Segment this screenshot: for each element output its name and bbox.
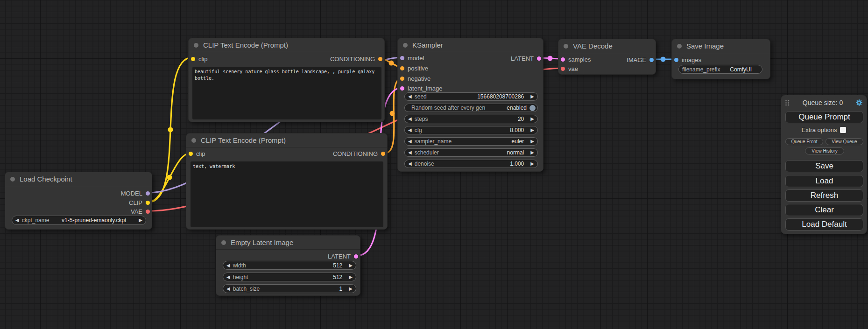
node-ksampler[interactable]: KSampler model positive negative latent_… xyxy=(397,38,543,172)
collapse-dot-icon[interactable] xyxy=(191,138,196,143)
toggle-knob-icon[interactable] xyxy=(529,105,536,111)
scheduler-widget[interactable]: ◀ scheduler normal ▶ xyxy=(404,148,538,157)
decrement-arrow-icon[interactable]: ◀ xyxy=(408,128,412,133)
increment-arrow-icon[interactable]: ▶ xyxy=(139,218,142,223)
height-widget[interactable]: ◀ height 512 ▶ xyxy=(223,273,356,281)
increment-arrow-icon[interactable]: ▶ xyxy=(349,275,353,280)
batch-size-widget[interactable]: ◀ batch_size 1 ▶ xyxy=(223,284,356,293)
latent-output-dot[interactable] xyxy=(537,56,541,61)
random-seed-toggle-widget[interactable]: Random seed after every gen enabled xyxy=(404,104,538,112)
samples-input-dot[interactable] xyxy=(561,57,565,62)
images-input-dot[interactable] xyxy=(674,58,678,62)
collapse-dot-icon[interactable] xyxy=(677,44,682,49)
increment-arrow-icon[interactable]: ▶ xyxy=(530,139,534,144)
input-slot-clip[interactable]: clip xyxy=(189,149,205,158)
node-save-image[interactable]: Save Image images filename_prefix ComfyU… xyxy=(671,39,770,79)
load-default-button[interactable]: Load Default xyxy=(785,218,863,231)
settings-gear-icon[interactable] xyxy=(855,99,863,106)
node-title-bar[interactable]: CLIP Text Encode (Prompt) xyxy=(189,38,384,52)
increment-arrow-icon[interactable]: ▶ xyxy=(349,287,353,291)
filename-prefix-widget[interactable]: filename_prefix ComfyUI xyxy=(678,65,762,74)
node-empty-latent-image[interactable]: Empty Latent Image LATENT ◀ width 512 ▶ … xyxy=(216,235,360,296)
input-slot-clip[interactable]: clip xyxy=(191,54,208,63)
node-title-bar[interactable]: Empty Latent Image xyxy=(216,236,360,250)
node-vae-decode[interactable]: VAE Decode samples vae IMAGE xyxy=(558,39,656,75)
view-history-button[interactable]: View History xyxy=(805,147,844,154)
decrement-arrow-icon[interactable]: ◀ xyxy=(408,117,412,121)
vae-output-dot[interactable] xyxy=(146,210,150,214)
save-button[interactable]: Save xyxy=(785,160,863,172)
node-load-checkpoint[interactable]: Load Checkpoint MODEL CLIP VAE ◀ ckpt_na… xyxy=(5,172,152,230)
collapse-dot-icon[interactable] xyxy=(194,43,198,48)
output-slot-model[interactable]: MODEL xyxy=(121,189,150,198)
latent-image-input-dot[interactable] xyxy=(400,86,404,91)
image-output-dot[interactable] xyxy=(649,58,654,62)
prompt-textarea[interactable]: text, watermark xyxy=(191,161,383,227)
queue-panel[interactable]: Queue size: 0 Queue Prompt Extra options… xyxy=(781,95,867,234)
increment-arrow-icon[interactable]: ▶ xyxy=(530,161,534,166)
increment-arrow-icon[interactable]: ▶ xyxy=(530,150,534,155)
vae-input-dot[interactable] xyxy=(561,67,565,71)
decrement-arrow-icon[interactable]: ◀ xyxy=(408,139,412,144)
seed-widget[interactable]: ◀ seed 156680208700286 ▶ xyxy=(404,92,538,101)
node-clip-text-encode-negative[interactable]: CLIP Text Encode (Prompt) clip CONDITION… xyxy=(186,133,388,230)
drag-handle-icon[interactable] xyxy=(785,100,790,106)
input-slot-images[interactable]: images xyxy=(674,55,701,64)
conditioning-output-dot[interactable] xyxy=(381,152,385,156)
increment-arrow-icon[interactable]: ▶ xyxy=(530,128,534,133)
decrement-arrow-icon[interactable]: ◀ xyxy=(226,287,230,291)
queue-front-button[interactable]: Queue Front xyxy=(785,138,823,145)
refresh-button[interactable]: Refresh xyxy=(785,189,863,202)
increment-arrow-icon[interactable]: ▶ xyxy=(530,94,534,99)
steps-widget[interactable]: ◀ steps 20 ▶ xyxy=(404,115,538,123)
queue-prompt-button[interactable]: Queue Prompt xyxy=(785,111,863,123)
node-graph-canvas[interactable]: Load Checkpoint MODEL CLIP VAE ◀ ckpt_na… xyxy=(0,0,868,329)
input-slot-positive[interactable]: positive xyxy=(400,63,428,73)
output-slot-vae[interactable]: VAE xyxy=(131,207,150,216)
node-title-bar[interactable]: CLIP Text Encode (Prompt) xyxy=(186,133,387,147)
output-slot-image[interactable]: IMAGE xyxy=(627,55,654,64)
decrement-arrow-icon[interactable]: ◀ xyxy=(408,161,412,166)
clip-input-dot[interactable] xyxy=(189,152,193,156)
node-title-bar[interactable]: KSampler xyxy=(398,38,543,52)
model-input-dot[interactable] xyxy=(400,56,404,60)
collapse-dot-icon[interactable] xyxy=(10,177,15,182)
decrement-arrow-icon[interactable]: ◀ xyxy=(226,275,230,280)
decrement-arrow-icon[interactable]: ◀ xyxy=(408,94,412,99)
node-title-bar[interactable]: Load Checkpoint xyxy=(5,172,152,186)
output-slot-latent[interactable]: LATENT xyxy=(328,252,358,261)
width-widget[interactable]: ◀ width 512 ▶ xyxy=(223,261,356,270)
prompt-textarea[interactable]: beautiful scenery nature glass bottle la… xyxy=(192,67,381,119)
extra-options-checkbox[interactable] xyxy=(840,127,846,133)
latent-output-dot[interactable] xyxy=(354,254,358,259)
positive-input-dot[interactable] xyxy=(400,66,404,70)
clear-button[interactable]: Clear xyxy=(785,204,863,216)
node-title-bar[interactable]: VAE Decode xyxy=(558,39,656,53)
input-slot-negative[interactable]: negative xyxy=(400,74,430,83)
ckpt-name-widget[interactable]: ◀ ckpt_name v1-5-pruned-emaonly.ckpt ▶ xyxy=(12,216,146,225)
collapse-dot-icon[interactable] xyxy=(221,240,226,245)
node-title-bar[interactable]: Save Image xyxy=(672,39,770,53)
negative-input-dot[interactable] xyxy=(400,77,404,81)
input-slot-samples[interactable]: samples xyxy=(561,55,591,64)
increment-arrow-icon[interactable]: ▶ xyxy=(530,117,534,121)
load-button[interactable]: Load xyxy=(785,175,863,187)
clip-input-dot[interactable] xyxy=(191,57,195,61)
sampler-name-widget[interactable]: ◀ sampler_name euler ▶ xyxy=(404,137,538,146)
collapse-dot-icon[interactable] xyxy=(403,43,408,48)
decrement-arrow-icon[interactable]: ◀ xyxy=(15,218,19,223)
node-clip-text-encode-positive[interactable]: CLIP Text Encode (Prompt) clip CONDITION… xyxy=(188,38,385,122)
output-slot-conditioning[interactable]: CONDITIONING xyxy=(333,149,385,158)
collapse-dot-icon[interactable] xyxy=(564,44,568,49)
output-slot-latent[interactable]: LATENT xyxy=(511,54,541,63)
increment-arrow-icon[interactable]: ▶ xyxy=(349,263,353,268)
decrement-arrow-icon[interactable]: ◀ xyxy=(408,150,412,155)
output-slot-conditioning[interactable]: CONDITIONING xyxy=(330,54,382,63)
input-slot-vae[interactable]: vae xyxy=(561,64,578,73)
decrement-arrow-icon[interactable]: ◀ xyxy=(226,263,230,268)
input-slot-latent-image[interactable]: latent_image xyxy=(400,84,442,93)
model-output-dot[interactable] xyxy=(146,191,150,196)
cfg-widget[interactable]: ◀ cfg 8.000 ▶ xyxy=(404,126,538,134)
conditioning-output-dot[interactable] xyxy=(378,57,382,61)
view-queue-button[interactable]: View Queue xyxy=(826,138,863,145)
